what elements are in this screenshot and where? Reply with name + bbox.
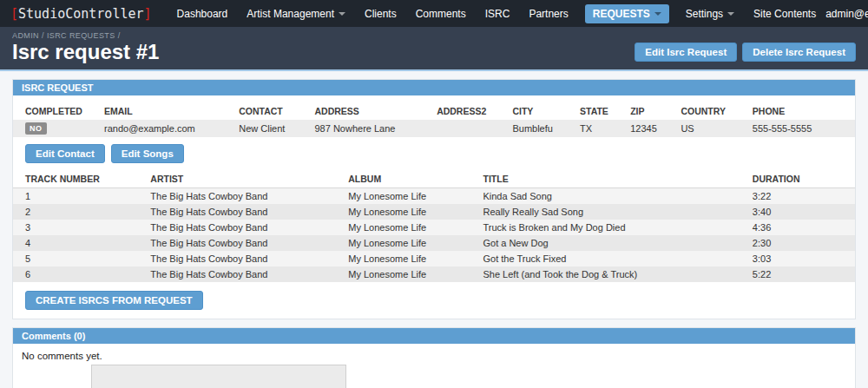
column-header-country: COUNTRY [674,102,745,120]
breadcrumb-admin[interactable]: ADMIN [12,31,39,40]
cell-city: Bumblefu [505,120,573,137]
comments-panel-header: Comments (0) [13,328,855,344]
edit-isrc-request-button[interactable]: Edit Isrc Request [635,43,737,62]
cell-artist: The Big Hats Cowboy Band [143,220,341,235]
create-isrcs-from-request-button[interactable]: CREATE ISRCS FROM REQUEST [25,291,203,310]
cell-album: My Lonesome Life [341,204,476,220]
comment-textarea[interactable] [91,365,346,388]
cell-duration: 2:30 [746,235,855,251]
nav-item-clients[interactable]: Clients [365,8,397,20]
cell-duration: 5:22 [746,266,855,282]
cell-album: My Lonesome Life [341,220,476,235]
page-title: Isrc request #1 [12,41,159,63]
user-email: admin@example.com [825,8,868,20]
column-header-title: TITLE [476,169,745,188]
column-header-phone: PHONE [746,102,855,120]
cell-artist: The Big Hats Cowboy Band [143,251,341,266]
edit-songs-button[interactable]: Edit Songs [111,144,184,163]
nav-item-requests[interactable]: REQUESTS [585,4,669,23]
cell-contact: New Client [232,120,307,137]
tracks-table-header-row: TRACK NUMBER ARTIST ALBUM TITLE DURATION [13,169,855,188]
column-header-duration: DURATION [746,169,855,188]
nav-right: admin@example.com Logout [825,8,868,20]
cell-state: TX [573,120,623,137]
column-header-address2: ADDRESS2 [430,102,505,120]
column-header-address: ADDRESS [307,102,430,120]
title-row: Isrc request #1 Edit Isrc Request Delete… [12,41,856,63]
header-buttons: Edit Isrc Request Delete Isrc Request [635,43,856,62]
isrc-request-panel-header: ISRC REQUEST [13,80,855,95]
page-header: ADMIN/ISRC REQUESTS/ Isrc request #1 Edi… [0,27,868,71]
column-header-album: ALBUM [341,169,476,188]
track-row: 1 The Big Hats Cowboy Band My Lonesome L… [13,188,855,205]
column-header-completed: COMPLETED [13,102,97,120]
breadcrumb: ADMIN/ISRC REQUESTS/ [12,31,856,40]
nav-item-partners[interactable]: Partners [529,8,568,20]
column-header-track-number: TRACK NUMBER [13,169,143,188]
cell-title: Kinda Sad Song [476,188,745,205]
cell-album: My Lonesome Life [341,251,476,266]
cell-title: Really Really Sad Song [476,204,745,220]
brand-logo[interactable]: [StudioController] [10,6,152,22]
nav-item-comments[interactable]: Comments [416,8,466,20]
nav-item-settings[interactable]: Settings [686,8,734,20]
nav-item-label: Comments [416,8,466,20]
track-row: 5 The Big Hats Cowboy Band My Lonesome L… [13,251,855,266]
cell-track-number: 4 [13,235,143,251]
cell-zip: 12345 [623,120,674,137]
cell-artist: The Big Hats Cowboy Band [143,235,341,251]
nav-item-dashboard[interactable]: Dashboard [177,8,228,20]
cell-country: US [674,120,745,137]
nav-item-label: Site Contents [753,8,816,20]
chevron-down-icon [339,12,345,16]
contact-row: NO rando@example.com New Client 987 Nowh… [13,120,855,137]
breadcrumb-separator: / [42,31,44,40]
cell-track-number: 1 [13,188,143,205]
track-row: 6 The Big Hats Cowboy Band My Lonesome L… [13,266,855,282]
cell-address2 [430,120,505,137]
cell-title: Got a New Dog [476,235,745,251]
delete-isrc-request-button[interactable]: Delete Isrc Request [742,43,856,62]
column-header-contact: CONTACT [232,102,307,120]
nav-item-label: Dashboard [177,8,228,20]
breadcrumb-isrc-requests[interactable]: ISRC REQUESTS [47,31,115,40]
cell-duration: 3:40 [746,204,855,220]
chevron-down-icon [727,12,734,16]
status-badge: NO [25,122,47,135]
cell-duration: 3:03 [746,251,855,266]
no-comments-message: No comments yet. [22,351,846,361]
cell-phone: 555-555-5555 [746,120,855,137]
tracks-table: TRACK NUMBER ARTIST ALBUM TITLE DURATION… [13,169,855,282]
chevron-down-icon [654,12,661,16]
cell-track-number: 2 [13,204,143,220]
comments-panel: Comments (0) No comments yet. [12,327,856,388]
cell-email: rando@example.com [97,120,232,137]
track-row: 3 The Big Hats Cowboy Band My Lonesome L… [13,220,855,235]
edit-contact-button[interactable]: Edit Contact [25,144,105,163]
brand-bracket-right: ] [144,6,152,22]
nav-item-label: REQUESTS [593,8,650,20]
nav-item-artist-management[interactable]: Artist Management [247,8,345,20]
nav-item-label: Clients [365,8,397,20]
column-header-state: STATE [573,102,623,120]
cell-track-number: 5 [13,251,143,266]
breadcrumb-separator: / [118,31,121,40]
isrc-request-panel-body: COMPLETED EMAIL CONTACT ADDRESS ADDRESS2… [13,95,855,319]
nav-item-label: Settings [686,8,723,20]
column-header-city: CITY [505,102,573,120]
nav-item-site-contents[interactable]: Site Contents [753,8,816,20]
brand-bracket-left: [ [10,6,18,22]
column-header-artist: ARTIST [143,169,341,188]
cell-album: My Lonesome Life [341,266,476,282]
brand-name: StudioController [18,6,144,22]
nav-items: Dashboard Artist Management Clients Comm… [168,4,826,23]
cell-title: Got the Truck Fixed [476,251,745,266]
cell-album: My Lonesome Life [341,188,476,205]
track-row: 2 The Big Hats Cowboy Band My Lonesome L… [13,204,855,220]
nav-item-label: ISRC [485,8,510,20]
track-row: 4 The Big Hats Cowboy Band My Lonesome L… [13,235,855,251]
comments-panel-body: No comments yet. [13,344,855,388]
contact-buttons: Edit Contact Edit Songs [13,137,855,169]
nav-item-isrc[interactable]: ISRC [485,8,510,20]
cell-album: My Lonesome Life [341,235,476,251]
